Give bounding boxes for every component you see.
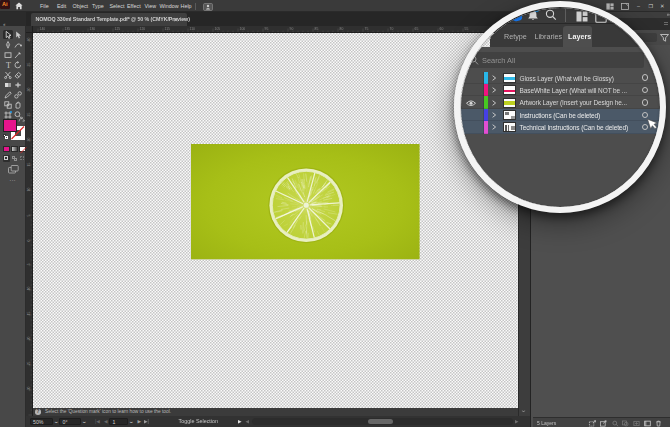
illustrator-logo-icon[interactable]: Ai <box>0 0 10 9</box>
pencil-tool[interactable] <box>3 91 13 100</box>
shape-builder-icon <box>4 101 12 109</box>
svg-text:30: 30 <box>27 88 31 92</box>
paintbrush-icon <box>14 51 22 59</box>
default-stroke-mini <box>5 136 9 140</box>
type-icon: T <box>4 61 12 69</box>
svg-text:-5: -5 <box>27 263 31 266</box>
hscroll-left-icon[interactable]: ◀ <box>246 416 250 427</box>
fill-color-swatch[interactable] <box>3 119 17 133</box>
selection-tool[interactable] <box>3 30 13 39</box>
curvature-tool[interactable] <box>13 40 23 49</box>
artboard-number-field[interactable]: 1 <box>109 418 128 426</box>
toolbar-more-button[interactable]: ... <box>10 176 17 182</box>
horizontal-scrollbar[interactable] <box>252 418 513 426</box>
svg-text:-15: -15 <box>27 311 31 316</box>
menu-object[interactable]: Object <box>73 0 89 12</box>
layers-count-label: 5 Layers <box>537 418 556 427</box>
horizontal-scrollbar-thumb[interactable] <box>368 419 393 424</box>
ruler-origin-corner[interactable] <box>26 26 33 33</box>
draw-behind-button[interactable] <box>11 155 18 162</box>
workspace-switcher-icon[interactable] <box>606 3 614 10</box>
window-restore-button[interactable]: ❐ <box>649 0 653 12</box>
last-artboard-button[interactable]: ▶| <box>144 416 149 427</box>
svg-text:25: 25 <box>27 113 31 117</box>
svg-text:135: 135 <box>65 27 71 31</box>
svg-text:95: 95 <box>265 27 269 31</box>
draw-inside-button[interactable] <box>19 155 26 162</box>
create-sublayer-icon[interactable] <box>633 420 640 427</box>
window-close-button[interactable]: ✕ <box>660 0 665 12</box>
export-selection-icon[interactable] <box>600 420 607 427</box>
question-mark-icon[interactable]: ? <box>35 409 41 415</box>
delete-selection-icon[interactable] <box>655 420 662 427</box>
zoom-level-field[interactable]: 50% <box>30 418 53 426</box>
canvas-viewport[interactable] <box>33 33 518 408</box>
pen-tool[interactable] <box>3 40 13 49</box>
scissors-tool[interactable] <box>3 70 13 79</box>
menu-select[interactable]: Select <box>110 0 125 12</box>
filter-icon[interactable] <box>660 34 669 42</box>
scroll-down-icon[interactable]: ⌄ <box>520 406 527 413</box>
layers-panel-footer: 5 Layers <box>533 417 670 427</box>
svg-text:0: 0 <box>27 240 31 242</box>
artboard-number-value: 1 <box>113 419 116 426</box>
menu-effect[interactable]: Effect <box>127 0 141 12</box>
none-mode-button[interactable] <box>19 146 26 153</box>
artboard-artwork[interactable] <box>191 144 420 259</box>
hand-icon <box>14 101 22 109</box>
illustrator-window: Ai File Edit Object Type Select Effect V… <box>0 0 670 427</box>
gradient-tool[interactable] <box>3 81 13 90</box>
svg-text:-10: -10 <box>27 286 31 291</box>
svg-text:125: 125 <box>115 27 121 31</box>
scissors-icon <box>4 71 12 79</box>
make-clipping-mask-icon[interactable] <box>622 420 629 427</box>
direct-selection-tool[interactable] <box>13 30 23 39</box>
menu-edit[interactable]: Edit <box>57 0 66 12</box>
hscroll-right-icon[interactable]: ▶ <box>515 416 519 427</box>
color-mode-button[interactable] <box>3 146 10 153</box>
vertical-ruler[interactable]: 4035302520151050-5-10-15-20-25-30 <box>26 33 33 416</box>
status-play-icon[interactable]: ▶ <box>238 416 242 427</box>
toolbar-collapse-icon[interactable]: ‹‹ <box>3 21 5 27</box>
next-artboard-button[interactable]: ▶ <box>138 416 142 427</box>
type-tool[interactable]: T <box>3 60 13 69</box>
paintbrush-tool[interactable] <box>13 50 23 59</box>
prev-artboard-button[interactable]: ◀ <box>104 416 108 427</box>
menu-view[interactable]: View <box>145 0 157 12</box>
menu-type[interactable]: Type <box>92 0 104 12</box>
document-tab-close-icon[interactable]: ✕ <box>173 13 178 26</box>
window-minimize-button[interactable]: – <box>637 0 640 12</box>
menu-window[interactable]: Window <box>160 0 179 12</box>
create-new-layer-icon[interactable] <box>644 420 651 427</box>
artboard-dropdown-icon[interactable]: ⌄ <box>128 416 134 427</box>
width-tool[interactable] <box>13 81 23 90</box>
rotation-field[interactable]: 0° <box>59 418 81 426</box>
gradient-mode-button[interactable] <box>11 146 18 153</box>
rotation-dropdown-icon[interactable]: ⌄ <box>81 416 87 427</box>
draw-normal-button[interactable] <box>3 155 10 162</box>
locate-object-icon[interactable] <box>612 420 619 427</box>
horizontal-ruler[interactable]: 1401351301251201151101051009590858075706… <box>33 26 530 33</box>
menu-file[interactable]: File <box>40 0 49 12</box>
blend-tool[interactable] <box>13 91 23 100</box>
document-tab[interactable]: NOMOQ 330ml Standard Template.pdf* @ 50 … <box>31 13 187 26</box>
home-icon[interactable] <box>15 2 23 10</box>
rectangle-tool[interactable] <box>3 50 13 59</box>
hand-tool[interactable] <box>13 101 23 110</box>
rotate-tool[interactable] <box>13 60 23 69</box>
first-artboard-button[interactable]: |◀ <box>95 416 100 427</box>
svg-text:T: T <box>6 61 11 70</box>
menu-help[interactable]: Help <box>181 0 192 12</box>
svg-text:100: 100 <box>240 27 246 31</box>
arrange-documents-icon[interactable] <box>621 3 629 10</box>
screen-mode-button[interactable] <box>8 165 19 174</box>
width-icon <box>14 81 22 89</box>
share-screen-icon[interactable] <box>203 3 213 11</box>
document-title: NOMOQ 330ml Standard Template.pdf* @ 50 … <box>36 13 190 26</box>
status-bar: 50% ⌄ 0° ⌄ |◀ ◀ 1 ⌄ ▶ ▶| Toggle Selectio… <box>26 416 530 427</box>
swap-fill-stroke-icon[interactable] <box>18 117 25 123</box>
shape-builder-tool[interactable] <box>3 101 13 110</box>
eraser-tool[interactable] <box>13 70 23 79</box>
collect-for-export-icon[interactable] <box>589 420 596 427</box>
tools-panel: ‹‹ T <box>0 12 26 427</box>
